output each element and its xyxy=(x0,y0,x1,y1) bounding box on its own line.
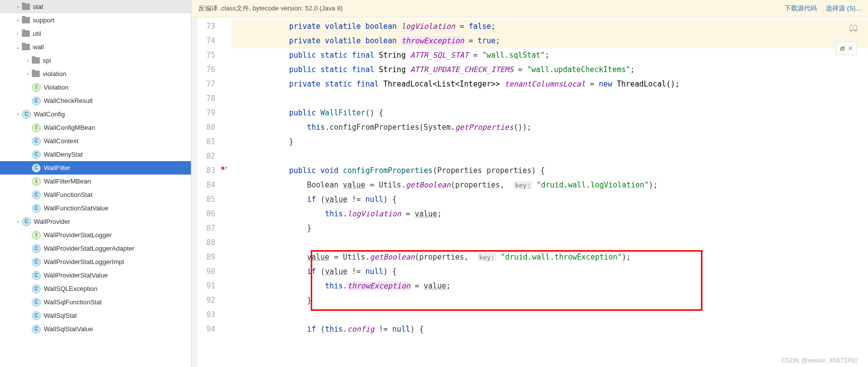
code-line-91[interactable]: this.throwException = value; xyxy=(231,279,868,293)
code-line-92[interactable]: } xyxy=(231,293,868,308)
tree-item-wallfilter[interactable]: CWallFilter xyxy=(0,161,191,175)
tree-item-violation[interactable]: ›violation xyxy=(0,67,191,81)
project-tree-sidebar[interactable]: ›stat›support›util⌄wall›spi›violationIVi… xyxy=(0,0,191,367)
close-icon[interactable]: × xyxy=(848,44,853,53)
tree-item-wallsqlstatvalue[interactable]: CWallSqlStatValue xyxy=(0,322,191,336)
tree-item-wallproviderstatlogger[interactable]: IWallProviderStatLogger xyxy=(0,228,191,242)
line-number[interactable]: 87 xyxy=(197,221,220,236)
code-line-83[interactable]: public void configFromProperties(Propert… xyxy=(231,164,868,178)
tree-item-util[interactable]: ›util xyxy=(0,27,191,40)
code-line-78[interactable] xyxy=(231,92,868,106)
m-icon[interactable]: m xyxy=(840,44,844,53)
tree-arrow-icon[interactable]: › xyxy=(14,31,22,36)
tree-item-wallconfigmbean[interactable]: IWallConfigMBean xyxy=(0,121,191,134)
tree-item-wallproviderstatloggeradapter[interactable]: CWallProviderStatLoggerAdapter xyxy=(0,242,191,255)
code-line-86[interactable]: this.logViolation = value; xyxy=(231,207,868,221)
line-number[interactable]: 80 xyxy=(197,120,220,135)
tree-arrow-icon[interactable]: ⌄ xyxy=(14,44,22,50)
line-number[interactable]: 73 xyxy=(197,19,220,34)
code-line-93[interactable] xyxy=(231,308,868,322)
code-editor[interactable]: 7374757677787980818283848586878889909192… xyxy=(191,17,868,367)
editor-main: 反编译 .class文件, bytecode version: 52.0 (Ja… xyxy=(191,0,868,367)
code-line-80[interactable]: this.configFromProperties(System.getProp… xyxy=(231,120,868,135)
tree-item-wallfiltermbean[interactable]: IWallFilterMBean xyxy=(0,175,191,188)
tree-item-label: WallSqlStatValue xyxy=(44,325,93,333)
tree-item-support[interactable]: ›support xyxy=(0,13,191,27)
tree-item-spi[interactable]: ›spi xyxy=(0,54,191,67)
tree-item-stat[interactable]: ›stat xyxy=(0,0,191,13)
line-number[interactable]: 91 xyxy=(197,279,220,293)
tree-item-wallcontext[interactable]: CWallContext xyxy=(0,134,191,148)
override-marker-icon[interactable]: ●↑ xyxy=(221,165,228,171)
tree-item-wallcheckresult[interactable]: CWallCheckResult xyxy=(0,94,191,107)
code-line-90[interactable]: if (value != null) { xyxy=(231,265,868,279)
tree-arrow-icon[interactable]: › xyxy=(24,58,32,63)
tree-arrow-icon[interactable]: › xyxy=(14,219,22,224)
tree-item-label: WallSqlStat xyxy=(44,312,77,319)
code-line-84[interactable]: Boolean value = Utils.getBoolean(propert… xyxy=(231,178,868,192)
line-number[interactable]: 85 xyxy=(197,192,220,207)
tree-item-label: WallSqlFunctionStat xyxy=(44,298,102,306)
line-number[interactable]: 84 xyxy=(197,178,220,192)
tree-item-wallconfig[interactable]: ›CWallConfig xyxy=(0,107,191,121)
code-line-79[interactable]: public WallFilter() { xyxy=(231,106,868,120)
line-number[interactable]: 77 xyxy=(197,77,220,92)
code-line-82[interactable] xyxy=(231,149,868,164)
line-number[interactable]: 90 xyxy=(197,265,220,279)
line-number[interactable]: 79 xyxy=(197,106,220,120)
line-number[interactable]: 83 xyxy=(197,164,220,178)
tree-item-violation[interactable]: IViolation xyxy=(0,81,191,94)
tree-item-wall[interactable]: ⌄wall xyxy=(0,40,191,54)
folder-icon xyxy=(32,57,40,64)
tree-item-wallsqlexception[interactable]: CWallSQLException xyxy=(0,282,191,295)
class-icon: C xyxy=(32,96,41,105)
tree-item-label: WallSQLException xyxy=(44,285,97,292)
tree-item-label: support xyxy=(33,16,54,24)
code-line-87[interactable]: } xyxy=(231,221,868,236)
line-number[interactable]: 93 xyxy=(197,308,220,322)
tree-item-wallfunctionstat[interactable]: CWallFunctionStat xyxy=(0,188,191,201)
line-number[interactable]: 75 xyxy=(197,48,220,63)
code-line-76[interactable]: public static final String ATTR_UPDATE_C… xyxy=(231,63,868,77)
tree-arrow-icon[interactable]: › xyxy=(14,17,22,23)
tree-item-label: WallCheckResult xyxy=(44,97,93,104)
code-line-74[interactable]: private volatile boolean throwException … xyxy=(231,34,868,48)
line-number[interactable]: 89 xyxy=(197,250,220,265)
tree-item-wallprovider[interactable]: ›CWallProvider xyxy=(0,215,191,228)
tree-item-wallproviderstatvalue[interactable]: CWallProviderStatValue xyxy=(0,269,191,282)
download-source-link[interactable]: 下载源代码 xyxy=(784,4,817,13)
line-number[interactable]: 94 xyxy=(197,322,220,337)
select-source-link[interactable]: 选择源 (S)... xyxy=(826,4,861,13)
bookmark-icon[interactable]: 🕮 xyxy=(849,22,858,33)
code-area[interactable]: private volatile boolean logViolation = … xyxy=(231,17,868,367)
folder-icon xyxy=(32,71,40,77)
code-line-85[interactable]: if (value != null) { xyxy=(231,192,868,207)
code-line-88[interactable] xyxy=(231,236,868,250)
tree-arrow-icon[interactable]: › xyxy=(24,71,32,77)
tree-item-wallfunctionstatvalue[interactable]: CWallFunctionStatValue xyxy=(0,201,191,215)
line-number[interactable]: 81 xyxy=(197,135,220,149)
tree-item-wallsqlfunctionstat[interactable]: CWallSqlFunctionStat xyxy=(0,295,191,309)
line-number[interactable]: 82 xyxy=(197,149,220,164)
tree-item-label: Violation xyxy=(44,84,69,91)
line-number[interactable]: 92 xyxy=(197,293,220,308)
class-icon: C xyxy=(32,137,41,146)
code-line-75[interactable]: public static final String ATTR_SQL_STAT… xyxy=(231,48,868,63)
line-number[interactable]: 78 xyxy=(197,92,220,106)
line-number[interactable]: 86 xyxy=(197,207,220,221)
tree-item-wallsqlstat[interactable]: CWallSqlStat xyxy=(0,309,191,322)
code-line-77[interactable]: private static final ThreadLocal<List<In… xyxy=(231,77,868,92)
line-number[interactable]: 88 xyxy=(197,236,220,250)
line-number[interactable]: 76 xyxy=(197,63,220,77)
tree-arrow-icon[interactable]: › xyxy=(14,4,22,9)
code-line-73[interactable]: private volatile boolean logViolation = … xyxy=(231,19,868,34)
tree-item-wallproviderstatloggerimpl[interactable]: CWallProviderStatLoggerImpl xyxy=(0,255,191,269)
tree-item-walldenystat[interactable]: CWallDenyStat xyxy=(0,148,191,161)
code-line-94[interactable]: if (this.config != null) { xyxy=(231,322,868,337)
code-line-89[interactable]: value = Utils.getBoolean(properties, key… xyxy=(231,250,868,265)
code-line-81[interactable]: } xyxy=(231,135,868,149)
line-number[interactable]: 74 xyxy=(197,34,220,48)
interface-icon: I xyxy=(32,123,41,132)
tree-arrow-icon[interactable]: › xyxy=(14,111,22,117)
decompile-banner: 反编译 .class文件, bytecode version: 52.0 (Ja… xyxy=(191,0,868,17)
